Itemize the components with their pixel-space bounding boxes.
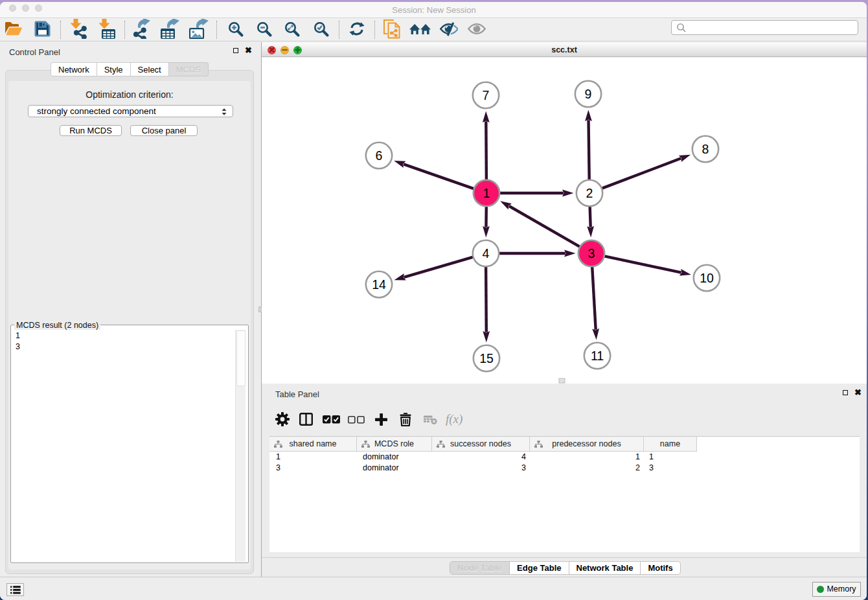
svg-text:10: 10 xyxy=(700,271,714,285)
svg-text:4: 4 xyxy=(483,246,490,260)
svg-text:1: 1 xyxy=(483,186,490,200)
svg-text:15: 15 xyxy=(479,351,494,365)
svg-text:6: 6 xyxy=(376,148,383,163)
svg-text:3: 3 xyxy=(588,246,595,260)
svg-text:8: 8 xyxy=(702,142,709,156)
svg-text:11: 11 xyxy=(591,349,604,363)
svg-text:2: 2 xyxy=(586,186,593,200)
svg-text:14: 14 xyxy=(372,277,386,292)
svg-text:9: 9 xyxy=(585,87,592,101)
svg-text:7: 7 xyxy=(483,88,490,102)
